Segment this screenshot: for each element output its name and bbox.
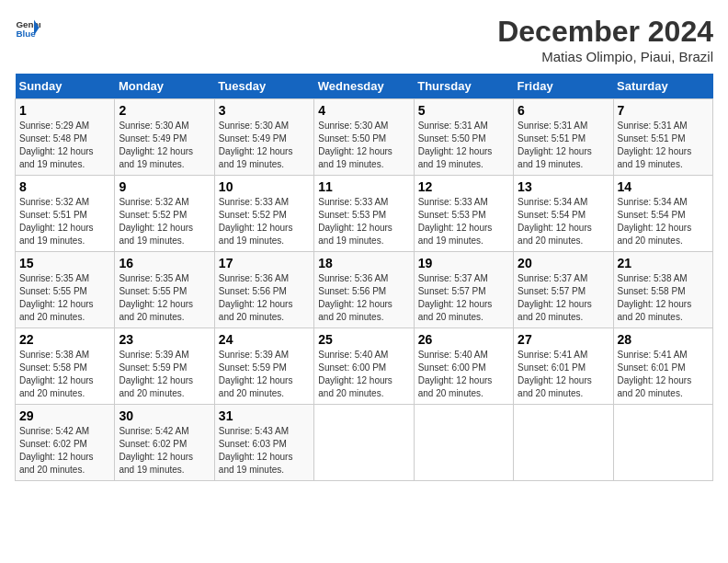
day-info: Sunrise: 5:41 AMSunset: 6:01 PMDaylight:…: [518, 349, 609, 400]
day-info: Sunrise: 5:33 AMSunset: 5:52 PMDaylight:…: [219, 196, 310, 247]
day-info: Sunrise: 5:31 AMSunset: 5:50 PMDaylight:…: [418, 120, 509, 171]
day-info: Sunrise: 5:40 AMSunset: 6:00 PMDaylight:…: [318, 349, 409, 400]
calendar-day-cell: 5Sunrise: 5:31 AMSunset: 5:50 PMDaylight…: [414, 99, 513, 176]
day-info: Sunrise: 5:31 AMSunset: 5:51 PMDaylight:…: [518, 120, 609, 171]
calendar-day-cell: 23Sunrise: 5:39 AMSunset: 5:59 PMDayligh…: [115, 328, 214, 405]
day-info: Sunrise: 5:30 AMSunset: 5:49 PMDaylight:…: [119, 120, 210, 171]
day-info: Sunrise: 5:33 AMSunset: 5:53 PMDaylight:…: [318, 196, 409, 247]
calendar-day-cell: 30Sunrise: 5:42 AMSunset: 6:02 PMDayligh…: [115, 405, 214, 481]
day-number: 8: [19, 179, 110, 194]
day-number: 30: [119, 408, 210, 423]
day-number: 17: [219, 256, 310, 270]
day-of-week-header: Friday: [514, 74, 613, 99]
day-number: 23: [119, 332, 210, 347]
calendar-day-cell: 11Sunrise: 5:33 AMSunset: 5:53 PMDayligh…: [314, 176, 414, 252]
calendar-day-cell: 4Sunrise: 5:30 AMSunset: 5:50 PMDaylight…: [314, 99, 414, 176]
calendar-day-cell: [414, 405, 513, 481]
day-number: 27: [518, 332, 609, 347]
calendar-day-cell: 9Sunrise: 5:32 AMSunset: 5:52 PMDaylight…: [115, 176, 214, 252]
day-number: 31: [219, 408, 310, 423]
day-info: Sunrise: 5:30 AMSunset: 5:50 PMDaylight:…: [318, 120, 409, 171]
calendar-day-cell: 25Sunrise: 5:40 AMSunset: 6:00 PMDayligh…: [314, 328, 414, 405]
day-of-week-header: Tuesday: [214, 74, 313, 99]
day-info: Sunrise: 5:30 AMSunset: 5:49 PMDaylight:…: [219, 120, 310, 171]
day-of-week-header: Saturday: [613, 74, 712, 99]
day-info: Sunrise: 5:31 AMSunset: 5:51 PMDaylight:…: [618, 120, 709, 171]
calendar-day-cell: 7Sunrise: 5:31 AMSunset: 5:51 PMDaylight…: [613, 99, 712, 176]
calendar-day-cell: 22Sunrise: 5:38 AMSunset: 5:58 PMDayligh…: [16, 328, 115, 405]
calendar-day-cell: 24Sunrise: 5:39 AMSunset: 5:59 PMDayligh…: [214, 328, 313, 405]
day-number: 29: [19, 408, 110, 423]
calendar-day-cell: 17Sunrise: 5:36 AMSunset: 5:56 PMDayligh…: [214, 252, 313, 328]
day-info: Sunrise: 5:39 AMSunset: 5:59 PMDaylight:…: [119, 349, 210, 400]
day-number: 15: [19, 256, 110, 270]
day-of-week-header: Thursday: [414, 74, 513, 99]
calendar-day-cell: 8Sunrise: 5:32 AMSunset: 5:51 PMDaylight…: [16, 176, 115, 252]
calendar-week-row: 8Sunrise: 5:32 AMSunset: 5:51 PMDaylight…: [16, 176, 713, 252]
day-info: Sunrise: 5:40 AMSunset: 6:00 PMDaylight:…: [418, 349, 509, 400]
calendar-day-cell: 19Sunrise: 5:37 AMSunset: 5:57 PMDayligh…: [414, 252, 513, 328]
calendar-day-cell: 1Sunrise: 5:29 AMSunset: 5:48 PMDaylight…: [16, 99, 115, 176]
day-number: 18: [318, 256, 409, 270]
day-info: Sunrise: 5:43 AMSunset: 6:03 PMDaylight:…: [219, 425, 310, 477]
calendar-week-row: 15Sunrise: 5:35 AMSunset: 5:55 PMDayligh…: [16, 252, 713, 328]
calendar-week-row: 29Sunrise: 5:42 AMSunset: 6:02 PMDayligh…: [16, 405, 713, 481]
day-number: 14: [618, 179, 709, 194]
day-info: Sunrise: 5:42 AMSunset: 6:02 PMDaylight:…: [19, 425, 110, 477]
day-info: Sunrise: 5:41 AMSunset: 6:01 PMDaylight:…: [618, 349, 709, 400]
day-info: Sunrise: 5:39 AMSunset: 5:59 PMDaylight:…: [219, 349, 310, 400]
calendar-day-cell: 6Sunrise: 5:31 AMSunset: 5:51 PMDaylight…: [514, 99, 613, 176]
day-number: 12: [418, 179, 509, 194]
day-info: Sunrise: 5:35 AMSunset: 5:55 PMDaylight:…: [19, 272, 110, 324]
day-info: Sunrise: 5:37 AMSunset: 5:57 PMDaylight:…: [518, 272, 609, 324]
svg-text:Blue: Blue: [16, 29, 36, 39]
day-info: Sunrise: 5:37 AMSunset: 5:57 PMDaylight:…: [418, 272, 509, 324]
calendar-day-cell: 21Sunrise: 5:38 AMSunset: 5:58 PMDayligh…: [613, 252, 712, 328]
calendar-day-cell: [314, 405, 414, 481]
calendar-day-cell: 29Sunrise: 5:42 AMSunset: 6:02 PMDayligh…: [16, 405, 115, 481]
calendar-day-cell: 15Sunrise: 5:35 AMSunset: 5:55 PMDayligh…: [16, 252, 115, 328]
calendar-day-cell: [514, 405, 613, 481]
title-area: December 2024 Matias Olimpio, Piaui, Bra…: [497, 15, 713, 64]
day-number: 3: [219, 103, 310, 118]
day-info: Sunrise: 5:36 AMSunset: 5:56 PMDaylight:…: [318, 272, 409, 324]
day-info: Sunrise: 5:29 AMSunset: 5:48 PMDaylight:…: [19, 120, 110, 171]
logo: General Blue: [15, 15, 42, 40]
calendar-day-cell: 3Sunrise: 5:30 AMSunset: 5:49 PMDaylight…: [214, 99, 313, 176]
logo-icon: General Blue: [15, 15, 40, 40]
day-of-week-header: Wednesday: [314, 74, 414, 99]
calendar-day-cell: 14Sunrise: 5:34 AMSunset: 5:54 PMDayligh…: [613, 176, 712, 252]
day-number: 9: [119, 179, 210, 194]
day-number: 24: [219, 332, 310, 347]
calendar-day-cell: 18Sunrise: 5:36 AMSunset: 5:56 PMDayligh…: [314, 252, 414, 328]
month-title: December 2024: [497, 15, 713, 49]
calendar-table: SundayMondayTuesdayWednesdayThursdayFrid…: [15, 74, 713, 481]
day-info: Sunrise: 5:38 AMSunset: 5:58 PMDaylight:…: [618, 272, 709, 324]
day-info: Sunrise: 5:35 AMSunset: 5:55 PMDaylight:…: [119, 272, 210, 324]
day-info: Sunrise: 5:32 AMSunset: 5:51 PMDaylight:…: [19, 196, 110, 247]
day-number: 7: [618, 103, 709, 118]
calendar-day-cell: 20Sunrise: 5:37 AMSunset: 5:57 PMDayligh…: [514, 252, 613, 328]
day-number: 20: [518, 256, 609, 270]
day-number: 1: [19, 103, 110, 118]
page-header: General Blue December 2024 Matias Olimpi…: [15, 15, 713, 64]
day-number: 21: [618, 256, 709, 270]
day-number: 22: [19, 332, 110, 347]
day-info: Sunrise: 5:33 AMSunset: 5:53 PMDaylight:…: [418, 196, 509, 247]
calendar-day-cell: 2Sunrise: 5:30 AMSunset: 5:49 PMDaylight…: [115, 99, 214, 176]
day-number: 5: [418, 103, 509, 118]
calendar-week-row: 22Sunrise: 5:38 AMSunset: 5:58 PMDayligh…: [16, 328, 713, 405]
day-of-week-header: Sunday: [16, 74, 115, 99]
day-info: Sunrise: 5:36 AMSunset: 5:56 PMDaylight:…: [219, 272, 310, 324]
day-info: Sunrise: 5:34 AMSunset: 5:54 PMDaylight:…: [618, 196, 709, 247]
location-title: Matias Olimpio, Piaui, Brazil: [497, 49, 713, 64]
day-number: 16: [119, 256, 210, 270]
calendar-body: 1Sunrise: 5:29 AMSunset: 5:48 PMDaylight…: [16, 99, 713, 481]
calendar-day-cell: [613, 405, 712, 481]
day-number: 11: [318, 179, 409, 194]
day-number: 10: [219, 179, 310, 194]
calendar-day-cell: 16Sunrise: 5:35 AMSunset: 5:55 PMDayligh…: [115, 252, 214, 328]
day-info: Sunrise: 5:34 AMSunset: 5:54 PMDaylight:…: [518, 196, 609, 247]
day-number: 6: [518, 103, 609, 118]
day-number: 4: [318, 103, 409, 118]
